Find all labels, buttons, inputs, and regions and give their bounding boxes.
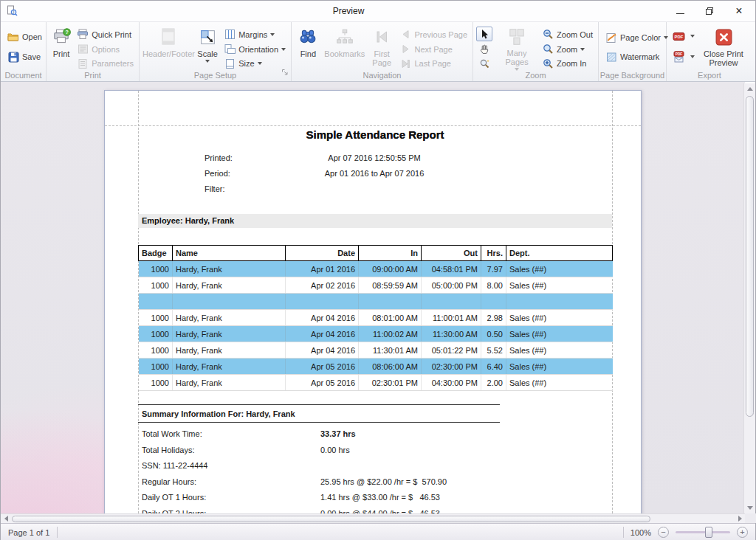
cell-name: Hardy, Frank — [173, 359, 286, 375]
hand-tool-button[interactable] — [476, 41, 492, 56]
horizontal-scrollbar[interactable] — [1, 513, 745, 523]
summary-line: SSN: 111-22-4444 — [138, 458, 500, 474]
cell-name: Hardy, Frank — [173, 261, 286, 277]
size-button[interactable]: Size — [220, 56, 289, 71]
pointer-tool-button[interactable] — [476, 27, 492, 41]
save-button[interactable]: Save — [4, 49, 45, 64]
zoom-out-button[interactable]: Zoom Out — [538, 27, 596, 42]
cell-dept: Sales (##) — [506, 342, 613, 359]
zoom-increase-button[interactable]: + — [737, 527, 748, 538]
zoom-decrease-button[interactable]: − — [658, 527, 669, 538]
preview-surface: Simple Attendance Report Simple Attendan… — [1, 82, 745, 513]
watermark-button[interactable]: Watermark — [602, 49, 671, 64]
first-page-icon — [373, 26, 391, 48]
open-button[interactable]: Open — [4, 30, 45, 44]
scroll-right-button[interactable] — [735, 514, 745, 523]
bookmarks-icon — [335, 26, 354, 48]
restore-button[interactable] — [695, 1, 724, 21]
vertical-scrollbar-thumb[interactable] — [746, 96, 754, 417]
summary-heading: Summary Information For: Hardy, Frank — [138, 404, 500, 423]
send-pdf-email-button[interactable]: PDF — [670, 49, 698, 64]
ribbon-group-print: ? Print Quick Print Options Parameters — [47, 22, 140, 81]
preview-window: Preview × Open Save — [0, 0, 756, 540]
col-header-dept: Dept. — [506, 246, 613, 261]
cell-in: 08:01:00 AM — [359, 310, 422, 326]
zoom-out-icon — [541, 29, 554, 40]
horizontal-scrollbar-thumb[interactable] — [12, 516, 650, 522]
orientation-dropdown-arrow — [281, 48, 286, 51]
scroll-left-button[interactable] — [1, 514, 11, 523]
ribbon-group-page-setup: Header/Footer Scale Margins Orientat — [140, 22, 292, 81]
scroll-down-button[interactable] — [744, 502, 755, 513]
table-row: 1000 Hardy, Frank Apr 04 2016 08:01:00 A… — [139, 310, 613, 326]
cell-dept: Sales (##) — [506, 261, 613, 277]
report-title: Simple Attendance Report — [138, 128, 612, 141]
options-button: Options — [73, 42, 137, 57]
find-button[interactable]: Find — [295, 24, 322, 71]
close-print-preview-icon — [715, 26, 733, 48]
printed-value: Apr 07 2016 12:50:55 PM — [267, 150, 481, 166]
table-row: 1000 Hardy, Frank Apr 02 2016 08:59:59 A… — [139, 277, 613, 294]
cell-hrs: 6.40 — [481, 359, 506, 375]
cell-hrs: 2.00 — [481, 375, 506, 391]
first-page-button: First Page — [368, 24, 396, 71]
cell-out: 04:30:00 PM — [422, 375, 481, 391]
cell-in: 09:00:00 AM — [359, 261, 422, 277]
cell-hrs: 2.98 — [481, 310, 506, 326]
ribbon-group-navigation: Find Bookmarks First Page Previous Page — [292, 22, 473, 81]
group-label-page-background: Page Background — [599, 71, 666, 80]
report-page: Simple Attendance Report Simple Attendan… — [104, 90, 642, 513]
report-info-row: Filter: — [138, 181, 612, 197]
orientation-icon — [223, 44, 236, 55]
cell-name: Hardy, Frank — [173, 310, 286, 326]
cell-out: 11:30:00 AM — [422, 326, 481, 342]
zoom-slider-track[interactable] — [676, 531, 730, 533]
orientation-button[interactable]: Orientation — [220, 42, 289, 57]
minimize-button[interactable] — [665, 1, 695, 21]
cell-dept — [506, 294, 613, 310]
cell-name: Hardy, Frank — [173, 277, 286, 294]
svg-text:PDF: PDF — [676, 52, 683, 56]
zoom-in-icon — [541, 58, 554, 69]
summary-section: Summary Information For: Hardy, Frank To… — [138, 404, 500, 513]
page-color-button[interactable]: Page Color — [602, 30, 671, 45]
margins-button[interactable]: Margins — [220, 27, 289, 42]
cell-badge: 1000 — [139, 342, 173, 359]
titlebar: Preview × — [1, 1, 755, 21]
pdf-file-icon: PDF — [673, 32, 685, 41]
zoom-slider-thumb[interactable] — [705, 527, 712, 538]
quick-print-button[interactable]: Quick Print — [73, 27, 137, 42]
zoom-tool-button[interactable] — [476, 56, 492, 71]
vertical-scrollbar[interactable] — [743, 83, 755, 513]
next-page-button: Next Page — [396, 42, 470, 57]
next-page-icon — [399, 44, 412, 54]
zoom-button[interactable]: Zoom — [538, 42, 596, 57]
close-button[interactable]: × — [724, 1, 754, 21]
header-footer-icon — [159, 26, 177, 48]
cell-in: 02:30:01 PM — [359, 375, 422, 391]
cell-badge: 1000 — [139, 359, 173, 375]
table-row: 1000 Hardy, Frank Apr 05 2016 02:30:01 P… — [139, 375, 613, 391]
scale-button[interactable]: Scale — [195, 24, 220, 71]
group-label-print: Print — [47, 71, 139, 80]
group-label-navigation: Navigation — [292, 71, 472, 80]
cell-date: Apr 02 2016 — [286, 277, 359, 294]
cell-date: Apr 01 2016 — [286, 261, 359, 277]
scroll-up-button[interactable] — [744, 83, 755, 94]
close-print-preview-button[interactable]: Close Print Preview — [698, 24, 749, 71]
zoom-in-button[interactable]: Zoom In — [538, 56, 596, 71]
table-row: 1000 Hardy, Frank Apr 01 2016 09:00:00 A… — [139, 261, 613, 277]
total-work-time-value: 33.37 hrs — [320, 426, 356, 443]
cell-date: Apr 04 2016 — [286, 342, 359, 359]
daily-ot1-value: 1.41 hrs @ $33.00 /hr = $ 46.53 — [320, 490, 440, 506]
print-button[interactable]: ? Print — [49, 24, 73, 71]
summary-line: Total Holidays: 0.00 hrs — [138, 443, 500, 459]
scroll-left-icon — [4, 516, 8, 522]
cell-date: Apr 05 2016 — [286, 375, 359, 391]
statusbar-divider — [623, 527, 624, 538]
parameters-button: Parameters — [73, 56, 137, 71]
cell-out — [422, 294, 481, 310]
hand-icon — [479, 44, 490, 55]
export-pdf-button[interactable]: PDF — [670, 29, 698, 44]
cell-name — [173, 294, 286, 310]
